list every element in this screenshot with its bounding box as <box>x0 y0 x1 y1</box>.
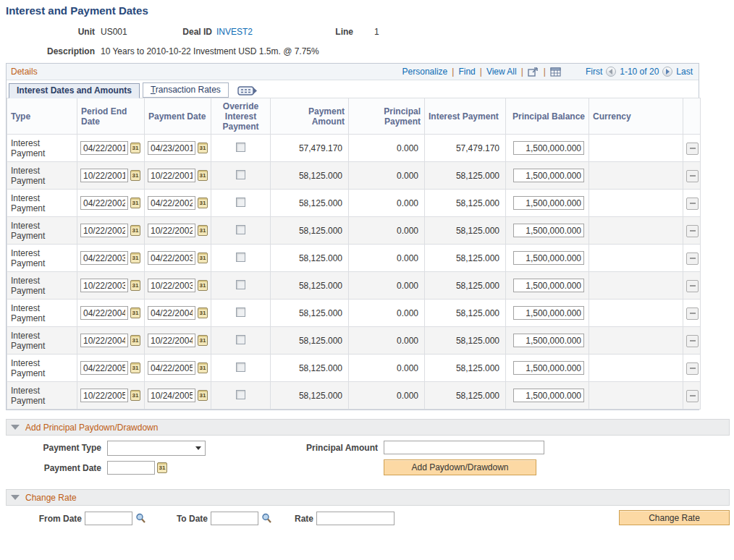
payment-date-input[interactable] <box>148 169 195 182</box>
payment-date-label: Payment Date <box>6 463 101 473</box>
override-interest-payment-checkbox[interactable] <box>236 225 245 234</box>
period-end-date-input[interactable] <box>80 279 128 292</box>
payment-date-input[interactable] <box>148 224 195 237</box>
tab-transaction-rates[interactable]: Transaction Rates <box>143 82 229 98</box>
collapse-triangle-icon[interactable] <box>11 425 20 430</box>
first-page-link[interactable]: First <box>586 67 602 77</box>
principal-balance-input[interactable] <box>513 306 584 320</box>
period-end-date-input[interactable] <box>80 169 128 182</box>
rate-input[interactable] <box>316 512 395 525</box>
override-interest-payment-checkbox[interactable] <box>236 335 245 344</box>
payment-date-input[interactable] <box>107 461 155 475</box>
override-interest-payment-checkbox[interactable] <box>236 307 245 317</box>
delete-row-button[interactable] <box>686 170 699 182</box>
collapse-triangle-icon[interactable] <box>11 495 20 500</box>
payment-date-input[interactable] <box>148 141 195 155</box>
deal-id-link[interactable]: INVEST2 <box>216 27 253 37</box>
delete-row-button[interactable] <box>686 198 699 210</box>
period-end-date-input[interactable] <box>80 389 128 402</box>
payment-type-select[interactable] <box>107 441 206 456</box>
payment-date-input[interactable] <box>148 361 195 375</box>
from-date-input[interactable] <box>85 512 132 525</box>
calendar-icon[interactable]: 31 <box>130 307 140 318</box>
payment-date-input[interactable] <box>148 389 195 402</box>
last-page-link[interactable]: Last <box>676 67 693 77</box>
to-date-input[interactable] <box>211 512 258 525</box>
calendar-icon[interactable]: 31 <box>198 143 208 153</box>
paydown-form: Payment Type Principal Amount Payment Da… <box>6 436 734 480</box>
delete-row-button[interactable] <box>686 335 699 347</box>
principal-balance-input[interactable] <box>513 196 584 210</box>
calendar-icon[interactable]: 31 <box>198 225 208 236</box>
find-link[interactable]: Find <box>458 67 475 77</box>
calendar-icon[interactable]: 31 <box>198 335 208 346</box>
row-currency <box>589 135 683 162</box>
override-interest-payment-checkbox[interactable] <box>236 143 245 152</box>
period-end-date-input[interactable] <box>80 361 128 375</box>
calendar-icon[interactable]: 31 <box>198 362 208 373</box>
col-actions <box>683 98 701 135</box>
calendar-icon[interactable]: 31 <box>130 362 140 373</box>
period-end-date-input[interactable] <box>80 334 128 347</box>
period-end-date-input[interactable] <box>80 141 128 155</box>
calendar-icon[interactable]: 31 <box>198 280 208 291</box>
principal-balance-input[interactable] <box>513 361 584 375</box>
calendar-icon[interactable]: 31 <box>130 198 140 208</box>
calendar-icon[interactable]: 31 <box>198 390 208 401</box>
new-window-icon[interactable] <box>528 67 539 77</box>
calendar-icon[interactable]: 31 <box>130 170 140 181</box>
period-end-date-input[interactable] <box>80 196 128 210</box>
calendar-icon[interactable]: 31 <box>157 462 167 473</box>
principal-balance-input[interactable] <box>513 334 584 347</box>
principal-balance-input[interactable] <box>513 141 584 155</box>
override-interest-payment-checkbox[interactable] <box>236 362 245 372</box>
period-end-date-input[interactable] <box>80 251 128 265</box>
next-page-icon[interactable] <box>662 67 672 77</box>
payment-date-input[interactable] <box>148 306 195 320</box>
add-paydown-drawdown-button[interactable]: Add Paydown/Drawdown <box>384 459 536 475</box>
payment-date-input[interactable] <box>148 251 195 265</box>
principal-balance-input[interactable] <box>513 279 584 292</box>
calendar-icon[interactable]: 31 <box>130 335 140 346</box>
download-grid-icon[interactable] <box>550 67 561 77</box>
calendar-icon[interactable]: 31 <box>130 280 140 291</box>
delete-row-button[interactable] <box>686 253 699 265</box>
personalize-link[interactable]: Personalize <box>402 67 448 77</box>
calendar-icon[interactable]: 31 <box>198 307 208 318</box>
principal-balance-input[interactable] <box>513 224 584 237</box>
row-payment-date: 31 <box>145 327 211 355</box>
override-interest-payment-checkbox[interactable] <box>236 253 245 262</box>
calendar-icon[interactable]: 31 <box>198 198 208 208</box>
delete-row-button[interactable] <box>686 280 699 292</box>
period-end-date-input[interactable] <box>80 224 128 237</box>
override-interest-payment-checkbox[interactable] <box>236 390 245 399</box>
calendar-icon[interactable]: 31 <box>130 143 140 153</box>
calendar-icon[interactable]: 31 <box>198 253 208 263</box>
override-interest-payment-checkbox[interactable] <box>236 170 245 179</box>
payment-date-input[interactable] <box>148 196 195 210</box>
tab-interest-dates-and-amounts[interactable]: Interest Dates and Amounts <box>9 83 140 98</box>
period-end-date-input[interactable] <box>80 306 128 320</box>
delete-row-button[interactable] <box>686 362 699 375</box>
payment-date-input[interactable] <box>148 279 195 292</box>
calendar-icon[interactable]: 31 <box>130 253 140 263</box>
details-title: Details <box>11 67 38 77</box>
delete-row-button[interactable] <box>686 225 699 237</box>
view-all-link[interactable]: View All <box>486 67 517 77</box>
calendar-icon[interactable]: 31 <box>130 225 140 236</box>
show-all-columns-icon[interactable] <box>237 85 258 96</box>
delete-row-button[interactable] <box>686 390 699 402</box>
prev-page-icon[interactable] <box>606 67 616 77</box>
delete-row-button[interactable] <box>686 307 699 320</box>
payment-date-input[interactable] <box>148 334 195 347</box>
principal-balance-input[interactable] <box>513 169 584 182</box>
calendar-icon[interactable]: 31 <box>130 390 140 401</box>
calendar-icon[interactable]: 31 <box>198 170 208 181</box>
change-rate-button[interactable]: Change Rate <box>619 510 730 525</box>
principal-balance-input[interactable] <box>513 389 584 402</box>
principal-balance-input[interactable] <box>513 251 584 265</box>
override-interest-payment-checkbox[interactable] <box>236 280 245 289</box>
override-interest-payment-checkbox[interactable] <box>236 198 245 207</box>
delete-row-button[interactable] <box>686 143 699 155</box>
principal-amount-input[interactable] <box>384 441 544 454</box>
